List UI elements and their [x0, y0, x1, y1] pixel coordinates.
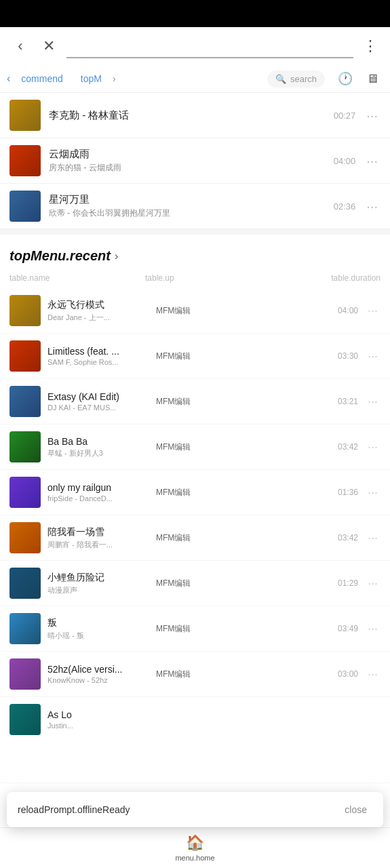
bottom-nav: 🏠 menu.home [0, 827, 390, 868]
recent-uploader: MFM编辑 [156, 305, 210, 317]
song-title: 李克勤 - 格林童话 [49, 109, 326, 122]
recent-artist: fripSide - DanceD... [47, 494, 149, 502]
recent-song-item[interactable]: 叛 晴小瑶 - 叛 MFM编辑 03:49 ··· [0, 606, 390, 652]
recent-song-item[interactable]: As Lo Justin... [0, 697, 390, 783]
song-title: 星河万里 [49, 193, 326, 206]
recent-more-button[interactable]: ··· [365, 392, 381, 412]
song-item[interactable]: 李克勤 - 格林童话 00:27 ··· [0, 93, 390, 138]
screen-view-icon[interactable]: 🖥 [362, 68, 383, 90]
recent-info: Ba Ba Ba 草蜢 - 新好男人3 [47, 436, 149, 458]
url-bar[interactable] [66, 34, 353, 58]
tab-bar: ‹ commend topM › 🔍 search 🕐 🖥 [0, 65, 390, 93]
recent-uploader: MFM编辑 [156, 441, 210, 453]
recent-more-button[interactable]: ··· [365, 665, 381, 684]
top-songs-list: 李克勤 - 格林童话 00:27 ··· 云烟成雨 房东的猫 - 云烟成雨 04… [0, 93, 390, 229]
recent-more-button[interactable]: ··· [365, 528, 381, 548]
recent-info: 陪我看一场雪 周鹏宵 - 陪我看一... [47, 526, 149, 550]
recent-duration: 03:30 [217, 351, 358, 361]
close-button[interactable]: ✕ [38, 37, 60, 55]
song-duration: 04:00 [334, 156, 356, 166]
recent-info: only my railgun fripSide - DanceD... [47, 482, 149, 502]
recent-thumbnail [9, 295, 41, 326]
table-header-name: table.name [9, 273, 145, 283]
recent-song-item[interactable]: 陪我看一场雪 周鹏宵 - 陪我看一... MFM编辑 03:42 ··· [0, 515, 390, 561]
recent-song-item[interactable]: only my railgun fripSide - DanceD... MFM… [0, 470, 390, 515]
recent-more-button[interactable]: ··· [365, 347, 381, 366]
recent-info: 永远飞行模式 Dear Jane - 上一... [47, 299, 149, 323]
recent-thumbnail [9, 431, 41, 462]
recent-more-button[interactable]: ··· [365, 619, 381, 639]
recent-artist: 动漫原声 [47, 585, 149, 595]
recent-duration: 03:21 [217, 397, 358, 406]
recent-section-arrow[interactable]: › [115, 250, 118, 262]
history-view-icon[interactable]: 🕐 [334, 68, 356, 90]
recent-title: Extasy (KAI Edit) [47, 391, 149, 402]
recent-info: 叛 晴小瑶 - 叛 [47, 617, 149, 641]
search-icon: 🔍 [275, 74, 286, 84]
offline-close-button[interactable]: close [339, 802, 372, 818]
song-more-button[interactable]: ··· [364, 151, 381, 172]
home-label: menu.home [175, 854, 214, 862]
tab-commend[interactable]: commend [14, 69, 69, 88]
recent-info: 小鲤鱼历险记 动漫原声 [47, 572, 149, 595]
back-button[interactable]: ‹ [9, 37, 31, 55]
recent-song-item[interactable]: 永远飞行模式 Dear Jane - 上一... MFM编辑 04:00 ··· [0, 288, 390, 334]
recent-uploader: MFM编辑 [156, 623, 210, 635]
recent-thumbnail [9, 658, 41, 690]
recent-more-button[interactable]: ··· [365, 301, 381, 321]
recent-uploader: MFM编辑 [156, 351, 210, 362]
recent-uploader: MFM编辑 [156, 578, 210, 589]
recent-song-item[interactable]: 52hz(Alice versi... KnowKnow - 52hz MFM编… [0, 652, 390, 697]
recent-uploader: MFM编辑 [156, 396, 210, 408]
recent-thumbnail [9, 613, 41, 644]
recent-duration: 01:29 [217, 578, 358, 588]
song-title: 云烟成雨 [49, 148, 326, 161]
recent-info: 52hz(Alice versi... KnowKnow - 52hz [47, 664, 149, 684]
song-more-button[interactable]: ··· [364, 196, 381, 217]
nav-bar: ‹ ✕ ⋮ [0, 27, 390, 65]
song-item[interactable]: 云烟成雨 房东的猫 - 云烟成雨 04:00 ··· [0, 138, 390, 184]
recent-title: 小鲤鱼历险记 [47, 572, 149, 584]
recent-uploader: MFM编辑 [156, 487, 210, 498]
tab-topmenu[interactable]: topM [74, 69, 109, 88]
offline-banner-text: reloadPrompt.offlineReady [18, 804, 130, 815]
recent-thumbnail [9, 386, 41, 417]
song-more-button[interactable]: ··· [364, 105, 381, 126]
recent-more-button[interactable]: ··· [365, 483, 381, 502]
recent-thumbnail [9, 568, 41, 599]
recent-title: 永远飞行模式 [47, 299, 149, 311]
song-duration: 02:36 [334, 201, 356, 212]
home-nav-item[interactable]: 🏠 menu.home [175, 834, 214, 862]
song-info: 星河万里 欣蒂 - 你会长出羽翼拥抱星河万里 [49, 193, 326, 219]
song-thumbnail [9, 191, 41, 222]
recent-song-item[interactable]: Extasy (KAI Edit) DJ KAI - EA7 MUS... MF… [0, 379, 390, 425]
tab-chevron-left[interactable]: ‹ [7, 73, 10, 85]
recent-title: As Lo [47, 709, 149, 720]
recent-thumbnail [9, 522, 41, 553]
recent-thumbnail [9, 340, 41, 372]
recent-artist: 周鹏宵 - 陪我看一... [47, 540, 149, 550]
recent-song-item[interactable]: Limitless (feat. ... SAM F, Sophie Ros..… [0, 334, 390, 379]
recent-more-button[interactable]: ··· [365, 574, 381, 593]
recent-song-item[interactable]: Ba Ba Ba 草蜢 - 新好男人3 MFM编辑 03:42 ··· [0, 425, 390, 470]
offline-banner: reloadPrompt.offlineReady close [7, 792, 383, 827]
recent-uploader: MFM编辑 [156, 532, 210, 544]
recent-info: As Lo Justin... [47, 709, 149, 730]
song-thumbnail [9, 145, 41, 176]
recent-more-button[interactable]: ··· [365, 437, 381, 457]
recent-title: only my railgun [47, 482, 149, 493]
recent-artist: 草蜢 - 新好男人3 [47, 448, 149, 458]
recent-artist: Justin... [47, 722, 149, 730]
table-header-duration: table.duration [206, 273, 381, 283]
recent-title: 叛 [47, 617, 149, 629]
song-info: 云烟成雨 房东的猫 - 云烟成雨 [49, 148, 326, 174]
recent-song-item[interactable]: 小鲤鱼历险记 动漫原声 MFM编辑 01:29 ··· [0, 561, 390, 606]
song-item[interactable]: 星河万里 欣蒂 - 你会长出羽翼拥抱星河万里 02:36 ··· [0, 184, 390, 229]
view-icons: 🕐 🖥 [334, 68, 383, 90]
tab-more-arrow[interactable]: › [113, 73, 116, 84]
recent-title: 陪我看一场雪 [47, 526, 149, 538]
search-box[interactable]: 🔍 search [267, 71, 325, 87]
more-button[interactable]: ⋮ [360, 35, 381, 58]
recent-duration: 03:42 [217, 442, 358, 452]
recent-uploader: MFM编辑 [156, 669, 210, 680]
